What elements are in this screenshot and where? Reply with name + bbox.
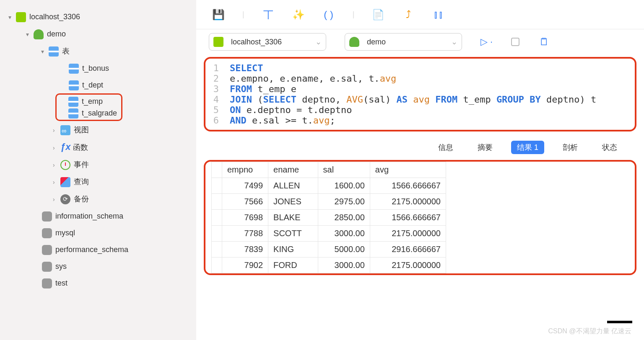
run-button[interactable]: ▷ · <box>480 36 493 47</box>
function-icon: ƒx <box>60 142 70 152</box>
database-item[interactable]: performance_schema <box>8 241 196 258</box>
tables-node[interactable]: ▾表 <box>8 43 196 60</box>
toolbar: 💾 | 丅 ✨ ( ) | 📄 ⤴ ⫿⫿ <box>196 0 644 29</box>
magic-icon[interactable]: ✨ <box>292 8 305 21</box>
sql-editor[interactable]: 1SELECT2 e.empno, e.ename, e.sal, t.avg3… <box>204 57 636 131</box>
views-label: 视图 <box>74 126 89 134</box>
db-icon <box>42 228 52 238</box>
main-panel: 💾 | 丅 ✨ ( ) | 📄 ⤴ ⫿⫿ localhost_3306⌄ dem… <box>196 0 644 340</box>
copy-icon[interactable]: 📄 <box>372 8 384 21</box>
table-icon <box>68 97 78 107</box>
tab-summary[interactable]: 摘要 <box>472 141 499 154</box>
table-icon <box>69 64 79 74</box>
backup-icon: ⟳ <box>60 194 70 204</box>
db-icon <box>42 262 52 272</box>
connection-label: localhost_3306 <box>29 13 80 21</box>
chart-icon[interactable]: ⫿⫿ <box>432 8 445 21</box>
database-node[interactable]: ▾demo <box>8 26 196 43</box>
query-icon <box>60 177 70 187</box>
events-node[interactable]: ›事件 <box>8 156 196 173</box>
result-tabs: 信息 摘要 结果 1 剖析 状态 <box>196 137 644 160</box>
views-node[interactable]: ›视图 <box>8 121 196 139</box>
db-tree-sidebar: ▾localhost_3306 ▾demo ▾表 t_bonus t_dept … <box>0 0 196 340</box>
table-item[interactable]: t_dept <box>8 77 196 93</box>
database-item[interactable]: information_schema <box>8 208 196 224</box>
tab-status[interactable]: 状态 <box>596 141 623 154</box>
highlighted-tables: t_emp t_salgrade <box>55 93 122 121</box>
chevron-icon: ⌄ <box>315 37 322 46</box>
table-item[interactable]: t_salgrade <box>82 109 117 117</box>
table-label: t_dept <box>82 81 103 89</box>
table-item[interactable]: t_emp <box>82 97 103 106</box>
format-icon[interactable]: 丅 <box>262 8 275 21</box>
database-item[interactable]: test <box>8 275 196 291</box>
database-label: demo <box>47 30 66 38</box>
export-icon[interactable]: ⤴ <box>402 8 415 21</box>
database-item[interactable]: sys <box>8 258 196 275</box>
explain-icon[interactable]: 🗒 <box>538 36 551 48</box>
functions-node[interactable]: ›ƒx 函数 <box>8 139 196 156</box>
watermark: CSDN @不渴望力量 亿速云 <box>548 327 631 336</box>
connection-icon <box>16 12 26 22</box>
results-table: empnoenamesalavg7499ALLEN1600.001566.666… <box>204 160 636 275</box>
event-icon <box>60 160 70 170</box>
functions-label: 函数 <box>73 143 88 152</box>
stop-button[interactable] <box>511 38 519 46</box>
db-icon <box>42 245 52 255</box>
connection-node[interactable]: ▾localhost_3306 <box>8 8 196 26</box>
tab-result[interactable]: 结果 1 <box>511 141 544 154</box>
table-icon <box>69 80 79 90</box>
events-label: 事件 <box>74 160 89 169</box>
database-dropdown[interactable]: demo⌄ <box>345 33 462 51</box>
database-icon <box>34 29 44 39</box>
connection-icon <box>213 37 223 47</box>
table-icon <box>68 108 78 118</box>
connection-selector-row: localhost_3306⌄ demo⌄ ▷ · 🗒 <box>196 29 644 54</box>
db-icon <box>42 211 52 222</box>
view-icon <box>60 125 70 135</box>
db-icon <box>42 278 52 288</box>
tab-profile[interactable]: 剖析 <box>557 141 584 154</box>
connection-dropdown[interactable]: localhost_3306⌄ <box>209 33 326 51</box>
queries-node[interactable]: ›查询 <box>8 173 196 191</box>
table-label: t_bonus <box>82 64 109 72</box>
queries-label: 查询 <box>74 178 89 186</box>
tables-label: 表 <box>62 47 70 55</box>
brackets-icon[interactable]: ( ) <box>322 8 335 21</box>
database-icon <box>349 37 359 47</box>
redaction-bar <box>607 321 632 323</box>
chevron-icon: ⌄ <box>451 37 457 46</box>
backups-node[interactable]: ›⟳备份 <box>8 191 196 208</box>
table-item[interactable]: t_bonus <box>8 60 196 77</box>
save-icon[interactable]: 💾 <box>212 8 225 21</box>
database-item[interactable]: mysql <box>8 224 196 241</box>
backups-label: 备份 <box>74 195 89 203</box>
tables-icon <box>49 46 59 57</box>
tab-info[interactable]: 信息 <box>432 141 459 154</box>
